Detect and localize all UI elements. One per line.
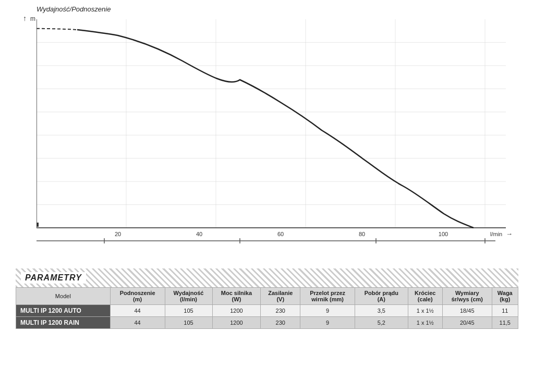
col-krociec: Króciec(cale) — [408, 288, 442, 305]
cell-moc: 1200 — [212, 317, 261, 329]
col-przelot: Przelot przezwirnik (mm) — [300, 288, 355, 305]
cell-wydajnosc: 105 — [165, 317, 212, 329]
col-wymiary: Wymiaryśr/wys (cm) — [442, 288, 492, 305]
cell-podnoszenie: 44 — [110, 317, 165, 329]
svg-text:m³/h: m³/h — [494, 242, 506, 243]
main-container: Wydajność/Podnoszenie m ↑ — [0, 0, 534, 334]
cell-krociec: 1 x 1½ — [408, 317, 442, 329]
svg-text:l/min: l/min — [490, 231, 502, 237]
chart-title: Wydajność/Podnoszenie — [37, 5, 518, 13]
col-podnoszenie: Podnoszenie(m) — [110, 288, 165, 305]
svg-text:1: 1 — [103, 242, 106, 243]
table-header-row: Model Podnoszenie(m) Wydajność(l/min) Mo… — [16, 288, 518, 305]
svg-text:80: 80 — [359, 231, 365, 237]
table-row: MULTI IP 1200 AUTO44105120023093,51 x 1½… — [16, 305, 518, 317]
col-waga: Waga(kg) — [492, 288, 518, 305]
params-header: PARAMETRY — [16, 268, 518, 287]
svg-text:100: 100 — [439, 231, 448, 237]
cell-pobor: 3,5 — [355, 305, 408, 317]
cell-moc: 1200 — [212, 305, 261, 317]
col-pobor: Pobór prądu(A) — [355, 288, 408, 305]
cell-wydajnosc: 105 — [165, 305, 212, 317]
cell-przelot: 9 — [300, 305, 355, 317]
params-section: PARAMETRY Model Podnoszenie(m) Wydajność… — [16, 268, 518, 329]
col-moc: Moc silnika(W) — [212, 288, 261, 305]
cell-podnoszenie: 44 — [110, 305, 165, 317]
cell-krociec: 1 x 1½ — [408, 305, 442, 317]
svg-rect-32 — [37, 223, 39, 227]
cell-zasilanie: 230 — [261, 305, 300, 317]
svg-text:→: → — [511, 241, 518, 243]
cell-model: MULTI IP 1200 RAIN — [16, 317, 111, 329]
svg-text:3: 3 — [238, 242, 241, 243]
cell-pobor: 5,2 — [355, 317, 408, 329]
svg-text:5: 5 — [374, 242, 378, 243]
svg-text:20: 20 — [115, 231, 121, 237]
params-table: Model Podnoszenie(m) Wydajność(l/min) Mo… — [16, 287, 518, 329]
svg-text:→: → — [506, 230, 513, 238]
chart-svg: 5 10 15 20 25 30 35 40 20 40 60 80 100 l… — [37, 19, 527, 243]
col-model: Model — [16, 288, 111, 305]
svg-text:60: 60 — [277, 231, 284, 237]
svg-text:40: 40 — [196, 231, 202, 237]
y-axis-unit: m — [30, 15, 35, 22]
cell-waga: 11 — [492, 305, 518, 317]
cell-waga: 11,5 — [492, 317, 518, 329]
cell-wymiary: 20/45 — [442, 317, 492, 329]
cell-wymiary: 18/45 — [442, 305, 492, 317]
col-wydajnosc: Wydajność(l/min) — [165, 288, 212, 305]
col-zasilanie: Zasilanie(V) — [261, 288, 300, 305]
table-row: MULTI IP 1200 RAIN44105120023095,21 x 1½… — [16, 317, 518, 329]
cell-przelot: 9 — [300, 317, 355, 329]
cell-zasilanie: 230 — [261, 317, 300, 329]
chart-area: m ↑ — [16, 14, 518, 264]
svg-text:7: 7 — [483, 242, 487, 243]
y-axis-arrow: ↑ — [23, 14, 27, 22]
params-header-title: PARAMETRY — [21, 272, 86, 284]
cell-model: MULTI IP 1200 AUTO — [16, 305, 111, 317]
